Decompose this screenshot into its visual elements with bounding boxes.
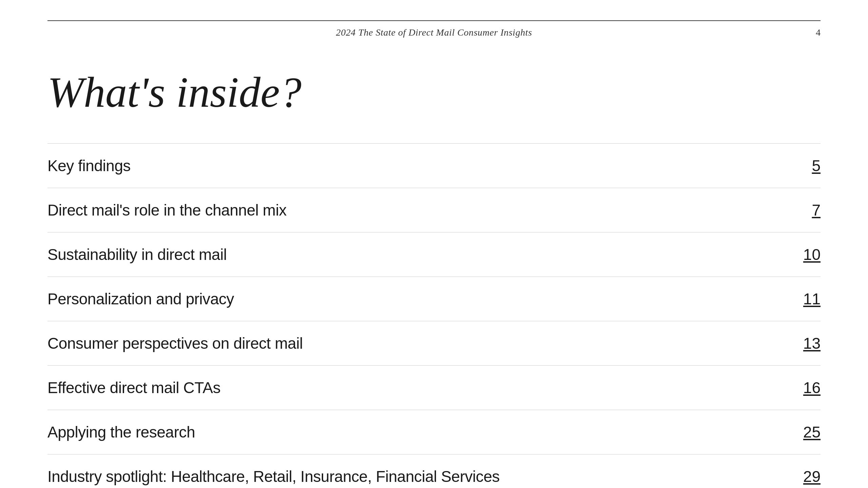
toc-item-label: Direct mail's role in the channel mix [47, 201, 287, 219]
toc-item-page: 29 [793, 467, 821, 486]
toc-item-label: Sustainability in direct mail [47, 245, 227, 264]
toc-item-page: 16 [793, 379, 821, 397]
page-container: 2024 The State of Direct Mail Consumer I… [0, 0, 868, 488]
toc-item-label: Applying the research [47, 423, 195, 441]
header-bar: 2024 The State of Direct Mail Consumer I… [47, 21, 821, 48]
toc-item-page: 10 [793, 245, 821, 264]
header-title: 2024 The State of Direct Mail Consumer I… [336, 27, 532, 38]
toc-item-page: 25 [793, 423, 821, 441]
toc-item-label: Personalization and privacy [47, 290, 234, 308]
toc-row[interactable]: Effective direct mail CTAs16 [47, 365, 821, 410]
toc-row[interactable]: Key findings5 [47, 143, 821, 188]
header-title-text: 2024 The State of Direct Mail [336, 27, 455, 38]
toc-item-page: 11 [793, 290, 821, 308]
toc-item-label: Effective direct mail CTAs [47, 379, 220, 397]
toc-item-page: 7 [793, 201, 821, 219]
toc-item-label: Consumer perspectives on direct mail [47, 334, 303, 352]
toc-item-page: 5 [793, 157, 821, 175]
toc-row[interactable]: Applying the research25 [47, 410, 821, 454]
toc-item-label: Key findings [47, 157, 131, 175]
header-title-italic: Consumer Insights [457, 27, 532, 38]
toc-row[interactable]: Direct mail's role in the channel mix7 [47, 188, 821, 232]
toc-item-page: 13 [793, 334, 821, 352]
toc-row[interactable]: Sustainability in direct mail10 [47, 232, 821, 277]
toc-row[interactable]: Industry spotlight: Healthcare, Retail, … [47, 454, 821, 488]
toc-item-label: Industry spotlight: Healthcare, Retail, … [47, 467, 500, 486]
toc-table: Key findings5Direct mail's role in the c… [47, 143, 821, 488]
toc-row[interactable]: Personalization and privacy11 [47, 277, 821, 321]
header-page-number: 4 [816, 27, 821, 38]
page-title: What's inside? [47, 68, 821, 116]
toc-row[interactable]: Consumer perspectives on direct mail13 [47, 321, 821, 365]
